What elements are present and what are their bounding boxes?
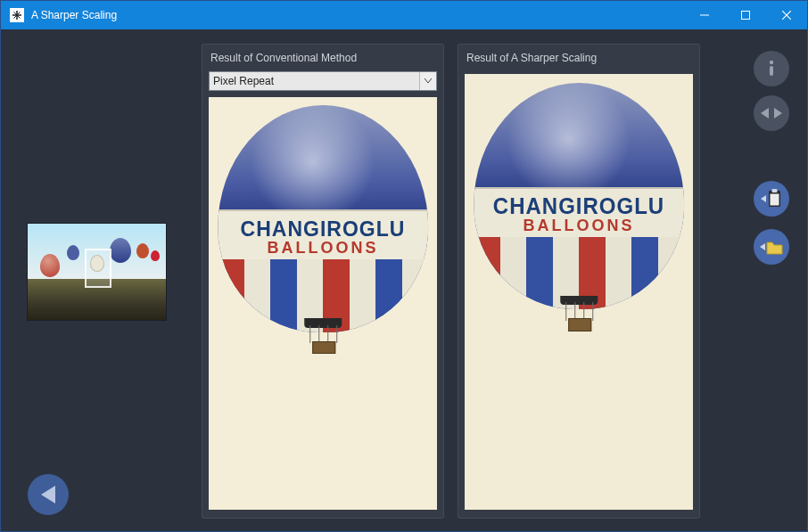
minimize-button[interactable] [684, 1, 725, 29]
method-dropdown[interactable]: Pixel Repeat [209, 71, 437, 91]
conventional-panel: Result of Conventional Method Pixel Repe… [202, 44, 444, 519]
copy-to-clipboard-button[interactable] [754, 181, 789, 217]
source-thumbnail[interactable] [28, 224, 166, 320]
sharper-panel-label: Result of A Sharper Scaling [466, 52, 693, 66]
close-button[interactable] [766, 1, 807, 29]
conventional-panel-label: Result of Conventional Method [210, 52, 437, 66]
balloon-text-line2: BALLOONS [523, 217, 634, 236]
titlebar: A Sharper Scaling [1, 1, 807, 29]
info-button[interactable] [754, 51, 789, 86]
thumb-balloon-icon [151, 250, 160, 261]
thumb-balloon-icon [67, 245, 79, 260]
balloon-text-line2: BALLOONS [267, 239, 378, 258]
thumbnail-viewport[interactable] [85, 249, 111, 288]
svg-rect-6 [771, 194, 779, 206]
window-title: A Sharper Scaling [31, 9, 117, 21]
to-file-icon [760, 239, 783, 255]
sharper-panel: Result of A Sharper Scaling CHANGIROGLU … [458, 44, 700, 519]
thumb-balloon-icon [136, 243, 149, 258]
thumb-balloon-icon [40, 254, 60, 277]
svg-rect-5 [772, 189, 778, 192]
svg-rect-1 [742, 12, 750, 20]
save-to-file-button[interactable] [754, 229, 789, 265]
back-icon [41, 486, 55, 503]
balloon-image: CHANGIROGLU BALLOONS [218, 105, 428, 331]
compare-button[interactable] [754, 95, 789, 131]
maximize-button[interactable] [725, 1, 766, 29]
conventional-preview[interactable]: CHANGIROGLU BALLOONS [209, 97, 437, 510]
info-icon [765, 60, 778, 78]
sharper-preview[interactable]: CHANGIROGLU BALLOONS [465, 74, 693, 510]
svg-rect-3 [770, 66, 773, 76]
chevron-down-icon [419, 72, 436, 90]
compare-icon [761, 106, 782, 120]
client-area: Result of Conventional Method Pixel Repe… [1, 29, 807, 531]
to-clipboard-icon [761, 189, 782, 209]
svg-point-2 [770, 61, 773, 64]
back-button[interactable] [28, 474, 69, 515]
method-dropdown-value: Pixel Repeat [213, 75, 419, 87]
app-icon [10, 8, 24, 22]
balloon-image: CHANGIROGLU BALLOONS [474, 83, 684, 309]
thumb-balloon-icon [110, 238, 131, 263]
app-window: A Sharper Scaling Result of Convention [0, 0, 808, 532]
